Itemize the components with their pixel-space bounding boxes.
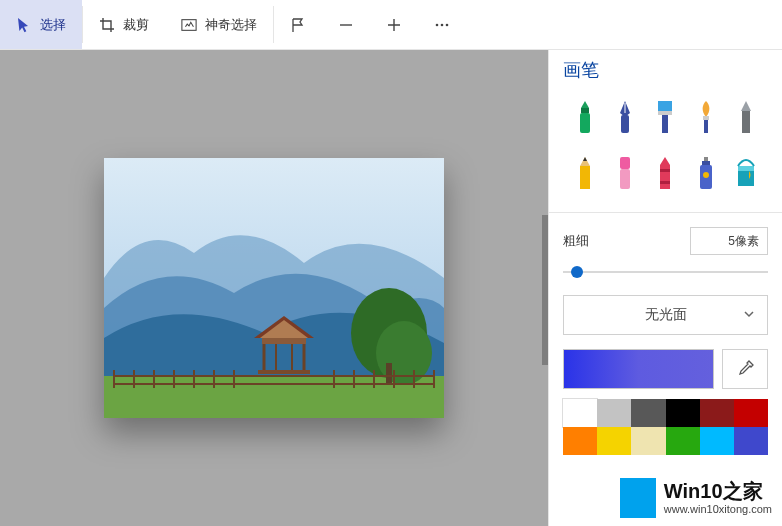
brush-spray-can[interactable] — [686, 156, 726, 190]
watermark: Win10之家 www.win10xitong.com — [616, 478, 772, 518]
svg-rect-51 — [660, 165, 670, 189]
brush-flat[interactable] — [645, 100, 685, 134]
zoom-out-button[interactable] — [322, 0, 370, 49]
thickness-input[interactable]: 5像素 — [690, 227, 768, 255]
color-swatch[interactable] — [734, 427, 768, 455]
color-swatch[interactable] — [597, 399, 631, 427]
svg-marker-43 — [741, 101, 751, 111]
brush-calligraphy-pen[interactable] — [605, 100, 645, 134]
current-color[interactable] — [563, 349, 714, 389]
panel-title: 画笔 — [563, 50, 768, 96]
svg-rect-36 — [621, 115, 629, 133]
svg-rect-49 — [620, 169, 630, 189]
crop-button[interactable]: 裁剪 — [83, 0, 165, 49]
color-swatch[interactable] — [597, 427, 631, 455]
svg-rect-48 — [620, 157, 630, 169]
panel-divider — [549, 212, 782, 213]
svg-point-3 — [446, 23, 449, 26]
thickness-row: 粗细 5像素 — [563, 227, 768, 255]
flag-icon — [290, 17, 306, 33]
brush-crayon[interactable] — [645, 156, 685, 190]
svg-rect-39 — [658, 111, 672, 115]
flag-button[interactable] — [274, 0, 322, 49]
color-swatches — [563, 399, 768, 455]
slider-knob[interactable] — [571, 266, 583, 278]
select-label: 选择 — [40, 16, 66, 34]
eyedropper-icon — [735, 359, 755, 379]
watermark-text: Win10之家 www.win10xitong.com — [664, 481, 772, 515]
thickness-label: 粗细 — [563, 232, 589, 250]
color-swatch[interactable] — [734, 399, 768, 427]
svg-rect-44 — [742, 111, 750, 133]
color-swatch[interactable] — [700, 427, 734, 455]
svg-rect-59 — [738, 166, 754, 171]
canvas-image[interactable] — [104, 158, 444, 418]
scrollbar-thumb[interactable] — [542, 215, 548, 365]
texture-dropdown[interactable]: 无光面 — [563, 295, 768, 335]
svg-rect-8 — [386, 363, 392, 385]
svg-rect-40 — [662, 115, 668, 133]
color-swatch[interactable] — [666, 399, 700, 427]
svg-rect-16 — [258, 370, 310, 374]
color-swatch[interactable] — [631, 427, 665, 455]
brush-marker[interactable] — [565, 100, 605, 134]
svg-rect-41 — [703, 116, 709, 120]
thickness-value: 5像素 — [728, 233, 759, 250]
svg-marker-46 — [583, 157, 587, 161]
svg-rect-34 — [580, 113, 590, 133]
brush-panel: 画笔 粗细 5像素 无光面 — [548, 50, 782, 526]
watermark-title: Win10之家 — [664, 481, 772, 501]
thickness-slider[interactable] — [563, 263, 768, 281]
brush-pencil[interactable] — [565, 156, 605, 190]
brush-grid — [563, 96, 768, 206]
svg-point-57 — [703, 172, 709, 178]
svg-rect-33 — [581, 108, 589, 113]
svg-rect-11 — [262, 338, 306, 344]
magic-select-icon — [181, 17, 197, 33]
toolbar: 选择 裁剪 神奇选择 — [0, 0, 782, 50]
cursor-icon — [16, 17, 32, 33]
watermark-url: www.win10xitong.com — [664, 503, 772, 515]
svg-point-2 — [441, 23, 444, 26]
more-button[interactable] — [418, 0, 466, 49]
chevron-down-icon — [743, 307, 755, 323]
plus-icon — [386, 17, 402, 33]
color-swatch[interactable] — [563, 399, 597, 427]
color-row — [563, 349, 768, 389]
svg-rect-38 — [658, 101, 672, 111]
svg-rect-55 — [702, 161, 710, 165]
color-swatch[interactable] — [700, 399, 734, 427]
crop-label: 裁剪 — [123, 16, 149, 34]
svg-rect-52 — [660, 169, 670, 172]
canvas-area[interactable] — [0, 50, 548, 526]
svg-rect-53 — [660, 181, 670, 184]
brush-paint[interactable] — [686, 100, 726, 134]
svg-marker-50 — [660, 157, 670, 165]
select-button[interactable]: 选择 — [0, 0, 82, 49]
color-swatch[interactable] — [666, 427, 700, 455]
brush-eraser[interactable] — [605, 156, 645, 190]
brush-fill-bucket[interactable] — [726, 156, 766, 190]
svg-rect-54 — [704, 157, 708, 161]
svg-rect-47 — [580, 166, 590, 189]
svg-point-1 — [436, 23, 439, 26]
eyedropper-button[interactable] — [722, 349, 768, 389]
ellipsis-icon — [434, 17, 450, 33]
texture-label: 无光面 — [645, 306, 687, 324]
svg-rect-42 — [704, 120, 708, 133]
slider-track — [563, 271, 768, 273]
brush-pixel-pen[interactable] — [726, 100, 766, 134]
windows-logo-icon — [616, 478, 656, 518]
landscape-illustration — [104, 158, 444, 418]
zoom-in-button[interactable] — [370, 0, 418, 49]
main-area: 画笔 粗细 5像素 无光面 — [0, 50, 782, 526]
magic-select-label: 神奇选择 — [205, 16, 257, 34]
minus-icon — [338, 17, 354, 33]
color-swatch[interactable] — [563, 427, 597, 455]
crop-icon — [99, 17, 115, 33]
magic-select-button[interactable]: 神奇选择 — [165, 0, 273, 49]
svg-marker-32 — [581, 101, 589, 108]
color-swatch[interactable] — [631, 399, 665, 427]
